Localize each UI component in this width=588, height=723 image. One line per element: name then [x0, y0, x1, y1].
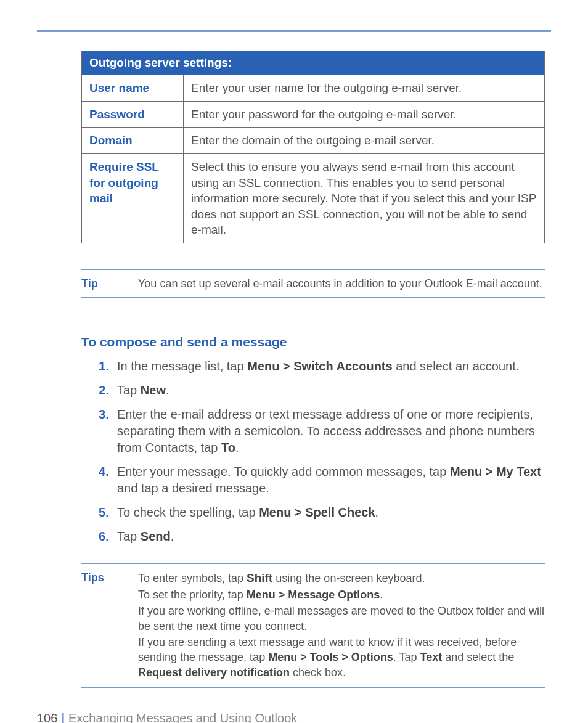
table-row: Require SSL for outgoing mail Select thi… — [82, 153, 545, 243]
header-rule — [37, 30, 551, 32]
row-label-domain: Domain — [82, 128, 184, 154]
step-2: Tap New. — [99, 382, 545, 399]
steps-list: In the message list, tap Menu > Switch A… — [99, 358, 545, 545]
step-6: Tap Send. — [99, 528, 545, 545]
tips-box: Tips To enter symbols, tap Shift using t… — [81, 563, 545, 687]
page-footer: 106|Exchanging Messages and Using Outloo… — [37, 711, 551, 723]
tip-label: Tip — [81, 276, 138, 291]
row-label-ssl: Require SSL for outgoing mail — [82, 153, 184, 243]
step-5: To check the spelling, tap Menu > Spell … — [99, 504, 545, 521]
step-4: Enter your message. To quickly add commo… — [99, 464, 545, 497]
table-header: Outgoing server settings: — [82, 51, 545, 75]
row-desc-ssl: Select this to ensure you always send e-… — [184, 153, 545, 243]
tips-body: To enter symbols, tap Shift using the on… — [138, 570, 545, 680]
step-3: Enter the e-mail address or text message… — [99, 406, 545, 456]
tips-label: Tips — [81, 570, 138, 680]
page-number: 106 — [37, 711, 57, 723]
table-row: Domain Enter the domain of the outgoing … — [82, 128, 545, 154]
row-label-password: Password — [82, 101, 184, 128]
table-row: User name Enter your user name for the o… — [82, 75, 545, 102]
tip-body: You can set up several e-mail accounts i… — [138, 276, 545, 291]
tip-box: Tip You can set up several e-mail accoun… — [81, 269, 545, 298]
row-label-username: User name — [82, 75, 184, 102]
row-desc-username: Enter your user name for the outgoing e-… — [184, 75, 545, 102]
row-desc-password: Enter your password for the outgoing e-m… — [184, 101, 545, 128]
footer-separator: | — [61, 711, 65, 723]
outgoing-server-settings-table: Outgoing server settings: User name Ente… — [81, 51, 545, 243]
table-row: Password Enter your password for the out… — [82, 101, 545, 128]
step-1: In the message list, tap Menu > Switch A… — [99, 358, 545, 375]
footer-title: Exchanging Messages and Using Outlook — [68, 711, 297, 723]
row-desc-domain: Enter the domain of the outgoing e-mail … — [184, 128, 545, 154]
section-heading: To compose and send a message — [81, 335, 545, 349]
